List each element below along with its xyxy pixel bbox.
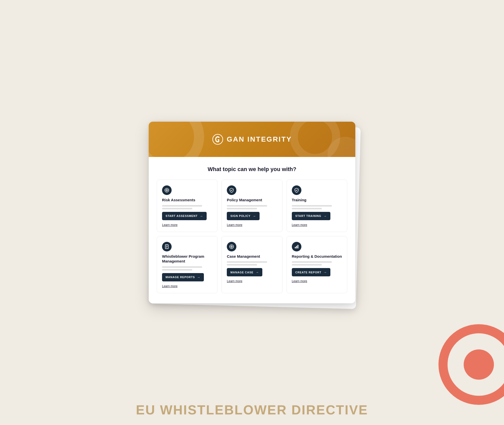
topic-line-1 — [292, 261, 332, 263]
topic-card-training: Training START TRAINING → Learn more — [287, 180, 347, 232]
topic-card-whistleblower: Whistleblower Program Management MANAGE … — [157, 236, 217, 293]
circle-outer — [438, 324, 504, 405]
background-circles — [438, 324, 504, 405]
btn-arrow-whistleblower: → — [197, 275, 200, 279]
topic-btn-label-training: START TRAINING — [295, 214, 321, 217]
topic-lines-risk-assessments — [162, 205, 212, 209]
topic-line-2 — [292, 208, 322, 209]
learn-more-case-management[interactable]: Learn more — [227, 279, 277, 283]
topic-title-whistleblower: Whistleblower Program Management — [162, 254, 212, 264]
topic-lines-reporting — [292, 261, 342, 266]
topic-title-training: Training — [292, 198, 342, 203]
topic-line-1 — [162, 266, 202, 268]
topic-btn-label-case-management: MANAGE CASE — [230, 271, 253, 274]
topic-btn-policy-management[interactable]: SIGN POLICY → — [227, 212, 260, 220]
topic-line-2 — [162, 208, 192, 209]
main-card: GAN INTEGRITY What topic can we help you… — [149, 122, 355, 303]
learn-more-training[interactable]: Learn more — [292, 223, 342, 227]
card-header: GAN INTEGRITY — [149, 122, 355, 157]
circle-inner — [464, 349, 494, 380]
logo-text: GAN INTEGRITY — [227, 135, 292, 143]
gan-logo-icon — [212, 134, 223, 145]
topic-title-policy-management: Policy Management — [227, 198, 277, 203]
topic-card-risk-assessments: Risk Assessments START ASSESSMENT → Lear… — [157, 180, 217, 232]
btn-arrow-policy-management: → — [253, 214, 256, 218]
topic-title-case-management: Case Management — [227, 254, 277, 259]
topic-card-reporting: Reporting & Documentation CREATE REPORT … — [287, 236, 347, 293]
topic-line-1 — [227, 261, 267, 263]
topic-line-2 — [162, 269, 192, 271]
topic-icon-whistleblower — [162, 242, 172, 251]
topic-line-1 — [227, 205, 267, 207]
topic-lines-training — [292, 205, 342, 209]
topic-icon-case-management — [227, 242, 236, 251]
svg-rect-12 — [296, 246, 297, 248]
btn-arrow-reporting: → — [323, 270, 327, 274]
page-title: What topic can we help you with? — [157, 166, 347, 173]
topic-icon-policy-management — [227, 185, 236, 195]
topic-btn-risk-assessments[interactable]: START ASSESSMENT → — [162, 212, 207, 220]
learn-more-whistleblower[interactable]: Learn more — [162, 284, 212, 288]
topic-title-risk-assessments: Risk Assessments — [162, 198, 212, 203]
cards-grid: Risk Assessments START ASSESSMENT → Lear… — [157, 180, 347, 293]
btn-arrow-training: → — [323, 214, 327, 218]
svg-rect-11 — [295, 247, 296, 248]
topic-line-2 — [227, 208, 257, 209]
topic-icon-training — [292, 185, 301, 195]
topic-line-1 — [292, 205, 332, 207]
learn-more-reporting[interactable]: Learn more — [292, 279, 342, 283]
learn-more-risk-assessments[interactable]: Learn more — [162, 223, 212, 227]
topic-btn-training[interactable]: START TRAINING → — [292, 212, 330, 220]
learn-more-policy-management[interactable]: Learn more — [227, 223, 277, 227]
topic-btn-label-reporting: CREATE REPORT — [295, 271, 322, 274]
topic-btn-label-policy-management: SIGN POLICY — [230, 214, 250, 217]
topic-icon-reporting — [292, 242, 301, 251]
logo-container: GAN INTEGRITY — [159, 134, 345, 145]
topic-lines-case-management — [227, 261, 277, 266]
topic-title-reporting: Reporting & Documentation — [292, 254, 342, 259]
topic-btn-case-management[interactable]: MANAGE CASE → — [227, 268, 262, 276]
svg-rect-13 — [297, 245, 298, 248]
topic-lines-whistleblower — [162, 266, 212, 271]
card-wrapper: GAN INTEGRITY What topic can we help you… — [149, 122, 355, 303]
btn-arrow-risk-assessments: → — [200, 214, 203, 218]
topic-btn-reporting[interactable]: CREATE REPORT → — [292, 268, 331, 276]
card-body: What topic can we help you with? Risk As… — [149, 157, 355, 303]
topic-btn-label-risk-assessments: START ASSESSMENT — [166, 214, 198, 217]
topic-line-2 — [227, 264, 257, 266]
btn-arrow-case-management: → — [256, 270, 259, 274]
topic-line-2 — [292, 264, 322, 266]
topic-card-case-management: Case Management MANAGE CASE → Learn more — [222, 236, 282, 293]
topic-lines-policy-management — [227, 205, 277, 209]
circle-mid — [451, 337, 504, 392]
topic-line-1 — [162, 205, 202, 207]
topic-icon-risk-assessments — [162, 185, 172, 195]
topic-card-policy-management: Policy Management SIGN POLICY → Learn mo… — [222, 180, 282, 232]
eu-directive-text: EU WHISTLEBLOWER DIRECTIVE — [136, 402, 368, 417]
topic-btn-whistleblower[interactable]: MANAGE REPORTS → — [162, 273, 204, 281]
topic-btn-label-whistleblower: MANAGE REPORTS — [166, 276, 195, 279]
